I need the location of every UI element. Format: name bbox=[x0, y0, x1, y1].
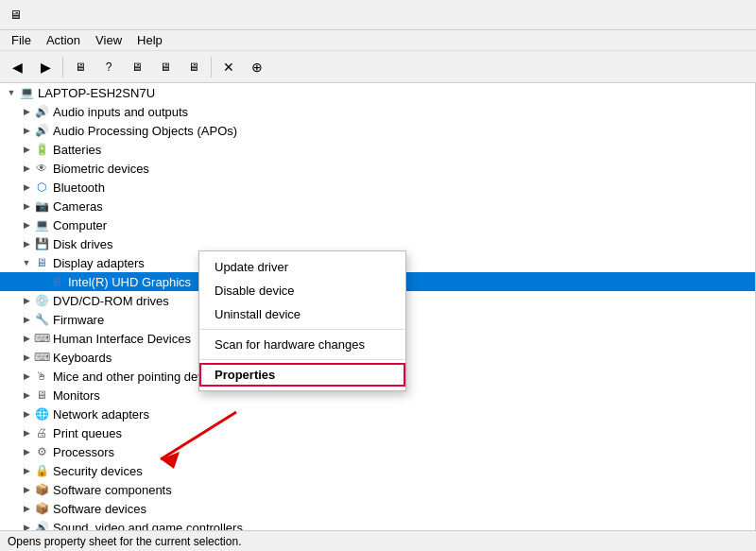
tree-item-audio[interactable]: ▶🔊Audio inputs and outputs bbox=[0, 102, 755, 121]
tree-label-processors: Processors bbox=[53, 445, 114, 459]
tree-item-security[interactable]: ▶🔒Security devices bbox=[0, 461, 755, 480]
device-icon-batteries: 🔋 bbox=[34, 142, 49, 157]
expand-icon-disk[interactable]: ▶ bbox=[19, 236, 34, 251]
tree-item-software-dev[interactable]: ▶📦Software devices bbox=[0, 499, 755, 518]
device-icon-computer: 💻 bbox=[34, 217, 49, 232]
expand-icon-display[interactable]: ▼ bbox=[19, 255, 34, 270]
tb-icon4[interactable]: 🖥 bbox=[180, 55, 207, 79]
expand-icon-dvd[interactable]: ▶ bbox=[19, 293, 34, 308]
expand-icon-keyboards[interactable]: ▶ bbox=[19, 350, 34, 365]
tree-item-print[interactable]: ▶🖨Print queues bbox=[0, 423, 755, 442]
tree-item-processors[interactable]: ▶⚙Processors bbox=[0, 442, 755, 461]
expand-icon-hid[interactable]: ▶ bbox=[19, 331, 34, 346]
tree-label-sound: Sound, video and game controllers bbox=[53, 521, 243, 531]
tb-delete[interactable]: ✕ bbox=[215, 55, 242, 79]
expand-icon-software-dev[interactable]: ▶ bbox=[19, 501, 34, 516]
tree-item-sound[interactable]: ▶🔊Sound, video and game controllers bbox=[0, 518, 755, 530]
device-icon-software-comp: 📦 bbox=[34, 482, 49, 497]
device-icon-apo: 🔊 bbox=[34, 123, 49, 138]
device-icon-monitors: 🖥 bbox=[34, 387, 49, 403]
device-icon-processors: ⚙ bbox=[34, 444, 49, 459]
device-icon-audio: 🔊 bbox=[34, 104, 49, 119]
expand-icon-monitors[interactable]: ▶ bbox=[19, 387, 34, 403]
context-item-update-driver[interactable]: Update driver bbox=[199, 255, 405, 279]
context-item-uninstall-device[interactable]: Uninstall device bbox=[199, 302, 405, 326]
expand-icon-biometric[interactable]: ▶ bbox=[19, 161, 34, 176]
status-text: Opens property sheet for the current sel… bbox=[8, 535, 241, 548]
maximize-button[interactable] bbox=[662, 0, 705, 30]
expand-icon-print[interactable]: ▶ bbox=[19, 425, 34, 440]
expand-icon-computer[interactable]: ▶ bbox=[19, 217, 34, 232]
expand-icon-intel bbox=[34, 274, 49, 289]
tree-label-batteries: Batteries bbox=[53, 143, 101, 157]
menu-item-view[interactable]: View bbox=[88, 31, 129, 49]
device-icon-bluetooth: ⬡ bbox=[34, 180, 49, 195]
tb-separator-1 bbox=[62, 57, 63, 77]
menu-item-file[interactable]: File bbox=[4, 31, 39, 49]
expand-icon-security[interactable]: ▶ bbox=[19, 463, 34, 478]
tree-label-disk: Disk drives bbox=[53, 237, 113, 251]
expand-icon-processors[interactable]: ▶ bbox=[19, 444, 34, 459]
expand-icon-apo[interactable]: ▶ bbox=[19, 123, 34, 138]
tb-separator-2 bbox=[211, 57, 212, 77]
tree-label-intel: Intel(R) UHD Graphics bbox=[68, 275, 191, 289]
tree-label-biometric: Biometric devices bbox=[53, 162, 149, 176]
menu-item-action[interactable]: Action bbox=[39, 31, 88, 49]
expand-icon-bluetooth[interactable]: ▶ bbox=[19, 180, 34, 195]
tb-help[interactable]: ? bbox=[95, 55, 122, 79]
tree-label-dvd: DVD/CD-ROM drives bbox=[53, 294, 169, 308]
device-icon-network: 🌐 bbox=[34, 406, 49, 422]
tree-item-apo[interactable]: ▶🔊Audio Processing Objects (APOs) bbox=[0, 121, 755, 140]
device-icon-disk: 💾 bbox=[34, 236, 49, 251]
tree-label-cameras: Cameras bbox=[53, 199, 103, 214]
menu-bar: FileActionViewHelp bbox=[0, 30, 756, 51]
device-icon-dvd: 💿 bbox=[34, 293, 49, 308]
context-item-scan-hardware[interactable]: Scan for hardware changes bbox=[199, 333, 405, 356]
tree-item-cameras[interactable]: ▶📷Cameras bbox=[0, 197, 755, 215]
tree-item-software-comp[interactable]: ▶📦Software components bbox=[0, 480, 755, 499]
tb-refresh[interactable]: ⊕ bbox=[244, 55, 270, 79]
tree-label-software-dev: Software devices bbox=[53, 502, 146, 516]
device-icon-keyboards: ⌨ bbox=[34, 350, 49, 365]
expand-icon-root[interactable]: ▼ bbox=[4, 85, 19, 100]
expand-icon-mice[interactable]: ▶ bbox=[19, 369, 34, 384]
tree-label-security: Security devices bbox=[53, 464, 143, 478]
tree-label-root: LAPTOP-ESH2SN7U bbox=[38, 86, 155, 100]
menu-item-help[interactable]: Help bbox=[129, 31, 170, 49]
tb-forward[interactable]: ▶ bbox=[32, 55, 59, 79]
context-item-properties[interactable]: Properties bbox=[199, 363, 405, 387]
expand-icon-software-comp[interactable]: ▶ bbox=[19, 482, 34, 497]
device-icon-software-dev: 📦 bbox=[34, 501, 49, 516]
tree-label-apo: Audio Processing Objects (APOs) bbox=[53, 124, 237, 138]
tb-back[interactable]: ◀ bbox=[4, 55, 30, 79]
device-icon-security: 🔒 bbox=[34, 463, 49, 478]
tree-item-network[interactable]: ▶🌐Network adapters bbox=[0, 405, 755, 423]
tb-icon2[interactable]: 🖥 bbox=[124, 55, 150, 79]
device-icon-hid: ⌨ bbox=[34, 331, 49, 346]
expand-icon-firmware[interactable]: ▶ bbox=[19, 312, 34, 327]
tree-item-bluetooth[interactable]: ▶⬡Bluetooth bbox=[0, 178, 755, 197]
context-separator bbox=[199, 359, 405, 360]
tree-item-root[interactable]: ▼💻LAPTOP-ESH2SN7U bbox=[0, 83, 755, 102]
device-icon-print: 🖨 bbox=[34, 425, 49, 440]
minimize-button[interactable] bbox=[618, 0, 662, 30]
toolbar: ◀ ▶ 🖥 ? 🖥 🖥 🖥 ✕ ⊕ bbox=[0, 51, 756, 83]
tree-label-bluetooth: Bluetooth bbox=[53, 181, 105, 195]
tb-icon1[interactable]: 🖥 bbox=[67, 55, 94, 79]
window-controls bbox=[618, 0, 748, 30]
tree-label-firmware: Firmware bbox=[53, 313, 104, 327]
tree-label-keyboards: Keyboards bbox=[53, 351, 112, 365]
expand-icon-network[interactable]: ▶ bbox=[19, 406, 34, 422]
context-item-disable-device[interactable]: Disable device bbox=[199, 279, 405, 302]
title-bar: 🖥 bbox=[0, 0, 756, 30]
expand-icon-sound[interactable]: ▶ bbox=[19, 520, 34, 530]
expand-icon-batteries[interactable]: ▶ bbox=[19, 142, 34, 157]
expand-icon-audio[interactable]: ▶ bbox=[19, 104, 34, 119]
close-button[interactable] bbox=[705, 0, 748, 30]
expand-icon-cameras[interactable]: ▶ bbox=[19, 198, 34, 214]
tb-icon3[interactable]: 🖥 bbox=[152, 55, 179, 79]
tree-item-batteries[interactable]: ▶🔋Batteries bbox=[0, 140, 755, 159]
tree-item-computer[interactable]: ▶💻Computer bbox=[0, 215, 755, 234]
tree-item-biometric[interactable]: ▶👁Biometric devices bbox=[0, 159, 755, 178]
device-icon-firmware: 🔧 bbox=[34, 312, 49, 327]
